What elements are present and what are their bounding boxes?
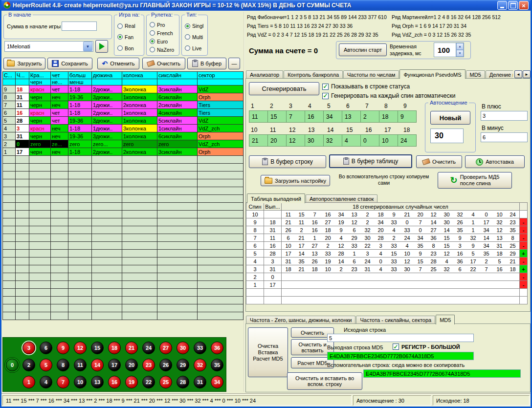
start-sum-input[interactable] (62, 21, 97, 31)
board-number-15[interactable]: 15 (91, 342, 104, 354)
board-number-29[interactable]: 29 (177, 359, 189, 371)
board-number-4[interactable]: 4 (40, 376, 52, 388)
bottom-tab-2[interactable]: MD5 (436, 315, 455, 324)
result-cell: 28 (264, 250, 282, 258)
minus-input[interactable] (481, 132, 528, 142)
board-number-34[interactable]: 34 (211, 376, 223, 388)
clear-generator-button[interactable]: Очистить (416, 155, 462, 168)
board-number-6[interactable]: 6 (40, 342, 52, 354)
save-button[interactable]: Сохранить (47, 58, 92, 69)
md5-paste-aux-button[interactable]: Очистить и вставить во вспом. строку (287, 372, 362, 390)
board-number-9[interactable]: 9 (57, 342, 69, 354)
board-number-16[interactable]: 16 (108, 376, 121, 388)
board-number-35[interactable]: 35 (211, 359, 223, 371)
minimize-button[interactable] (497, 1, 507, 10)
board-number-28[interactable]: 28 (177, 376, 189, 388)
board-number-17[interactable]: 17 (108, 359, 121, 371)
autoshift-new-button[interactable]: Новый (430, 111, 470, 125)
to-buffer-button[interactable]: В буфер (187, 58, 226, 69)
plus-input[interactable] (481, 111, 528, 121)
main-tab-2[interactable]: Частоты по числам (343, 70, 399, 79)
board-number-0[interactable]: 0 (6, 359, 19, 371)
board-number-20[interactable]: 20 (125, 359, 138, 371)
buffer-table-button[interactable]: В буфер таблицу (329, 154, 412, 168)
check-md5-button[interactable]: ↻ Проверить МД5 после спина (438, 172, 512, 189)
md5-combo-button[interactable]: Очистка Вставка Расчет MD5 (248, 327, 288, 377)
board-number-1[interactable]: 1 (22, 376, 35, 388)
md5-aux-field[interactable]: E4DA3B7FBBCE2345D7772B0674A318D5 (363, 369, 521, 378)
board-number-22[interactable]: 22 (142, 376, 155, 388)
board-number-7[interactable]: 7 (57, 376, 69, 388)
radio-option-bon[interactable]: Bon (117, 45, 143, 51)
board-number-13[interactable]: 13 (91, 376, 104, 388)
window-title: HelperRoullet 4.8- create helperroullet@… (13, 2, 495, 9)
buffer-row-button[interactable]: В буфер строку (249, 155, 326, 168)
board-number-2[interactable]: 2 (22, 359, 35, 371)
board-number-8[interactable]: 8 (57, 359, 69, 371)
board-number-5[interactable]: 5 (40, 359, 52, 371)
board-number-24[interactable]: 24 (142, 342, 155, 354)
checkbox-register-upper[interactable]: ✓ РЕГИСТР - БОЛЬШОЙ (393, 344, 460, 350)
play-button[interactable] (95, 40, 108, 53)
radio-option-multi[interactable]: Multi (185, 34, 206, 40)
bottom-tab-0[interactable]: Частота - Zero, шансы, дюжины, колонки (246, 316, 355, 324)
board-number-11[interactable]: 11 (74, 359, 87, 371)
checkbox-show-status[interactable]: ✓ Показывать в строке статуса (322, 83, 410, 90)
spins-tab-1[interactable]: Автопроставление ставок (306, 194, 377, 203)
board-number-36[interactable]: 36 (211, 342, 223, 354)
load-settings-button[interactable]: Загрузить настройку (261, 175, 330, 186)
tabs-scroll-right-icon[interactable]: ► (523, 70, 531, 78)
bottom-tab-1[interactable]: Частота - сиклайны, сектора (356, 316, 435, 324)
board-number-30[interactable]: 30 (177, 342, 189, 354)
main-tab-0[interactable]: Анализатор (246, 70, 283, 79)
md5-source-input[interactable] (327, 334, 474, 342)
board-number-26[interactable]: 26 (159, 359, 172, 371)
board-number-33[interactable]: 33 (194, 342, 206, 354)
radio-option-euro[interactable]: Euro (150, 39, 178, 44)
spins-tab-0[interactable]: Таблица выпадений (247, 193, 305, 203)
main-tab-5[interactable]: Деление ко... (486, 70, 513, 79)
main-tab-4[interactable]: MD5 (466, 70, 485, 79)
history-row: 331черннеч19-363дюжи..1колонка6сиклайнOr… (3, 132, 244, 140)
main-tab-1[interactable]: Контроль банкролла (284, 70, 343, 79)
tabs-scroll-left-icon[interactable]: ◄ (514, 70, 522, 78)
board-number-12[interactable]: 12 (74, 342, 87, 354)
board-number-31[interactable]: 31 (194, 376, 206, 388)
close-button[interactable]: × (519, 1, 529, 10)
board-number-19[interactable]: 19 (125, 376, 138, 388)
autospin-button[interactable]: Автоспин старт (339, 43, 387, 56)
radio-option-french[interactable]: French (150, 30, 178, 36)
profile-select[interactable]: 1Melonati ▼ (4, 41, 93, 52)
chevron-down-icon[interactable]: ▼ (83, 42, 92, 51)
main-tab-3[interactable]: Функционал PsevdoMS (399, 69, 465, 79)
board-number-18[interactable]: 18 (108, 342, 121, 354)
spinner-down-icon[interactable]: ▼ (456, 50, 464, 57)
load-button[interactable]: Загрузить (3, 58, 45, 69)
board-number-14[interactable]: 14 (91, 359, 104, 371)
maximize-button[interactable] (508, 1, 518, 10)
spins-header-row: СпинВып...18 сгенерированных случайных ч… (246, 203, 528, 211)
board-number-3[interactable]: 3 (22, 342, 35, 354)
generated-number: 26 (282, 227, 295, 233)
autobet-button[interactable]: Автоставка (465, 155, 525, 168)
board-number-25[interactable]: 25 (159, 376, 172, 388)
generate-button[interactable]: Сгенерировать (249, 82, 319, 95)
board-number-23[interactable]: 23 (142, 359, 155, 371)
board-number-27[interactable]: 27 (159, 342, 172, 354)
radio-icon (117, 45, 123, 51)
spinner-up-icon[interactable]: ▲ (456, 43, 464, 50)
radio-option-nazero[interactable]: NaZero (150, 47, 178, 53)
checkbox-autogenerate[interactable]: ✓ Генерировать на каждый спин автоматиче… (322, 92, 455, 99)
undo-button[interactable]: ↶ Отменить (97, 58, 139, 69)
radio-option-live[interactable]: Live (185, 45, 206, 51)
collapse-button[interactable]: — (228, 58, 240, 69)
board-number-21[interactable]: 21 (125, 342, 138, 354)
board-number-10[interactable]: 10 (74, 376, 87, 388)
radio-option-pro[interactable]: Pro (150, 22, 178, 28)
radio-option-singl[interactable]: Singl (185, 23, 206, 29)
delay-spinner[interactable]: 100 ▲ ▼ (434, 43, 464, 57)
radio-option-real[interactable]: Real (117, 23, 143, 29)
clear-button[interactable]: Очистить (142, 58, 185, 69)
board-number-32[interactable]: 32 (194, 359, 206, 371)
radio-option-fan[interactable]: Fan (117, 34, 143, 40)
